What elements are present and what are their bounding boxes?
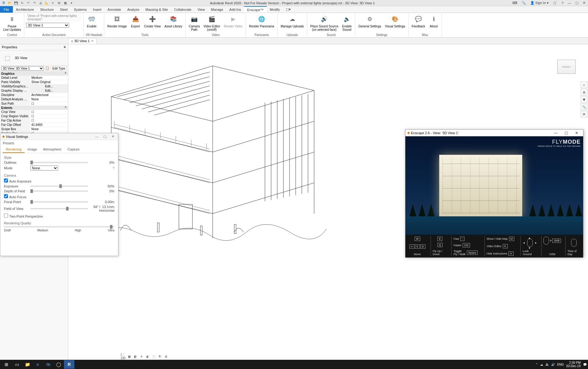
measure-icon[interactable]: 📐 bbox=[44, 1, 49, 6]
tab-addins[interactable]: Add-Ins bbox=[226, 6, 244, 13]
property-row[interactable]: Detail LevelMedium bbox=[0, 76, 68, 80]
vr-enable-button[interactable]: 🥽Enable bbox=[85, 14, 98, 29]
ens-close-button[interactable]: ✕ bbox=[572, 131, 581, 135]
render-video-button[interactable]: ▶Render Video bbox=[223, 14, 244, 29]
print-icon[interactable]: 🖨 bbox=[38, 1, 43, 6]
tab-view[interactable]: View bbox=[195, 6, 208, 13]
property-row[interactable]: Default Analysis Displa...None bbox=[0, 97, 68, 102]
tab-steel[interactable]: Steel bbox=[57, 6, 71, 13]
crop-icon[interactable]: ⬚ bbox=[151, 354, 156, 359]
redo-icon[interactable]: ↷ bbox=[32, 1, 37, 6]
vs-tab-capture[interactable]: Capture bbox=[65, 146, 83, 153]
keyboard-icon[interactable]: ⌨ bbox=[511, 1, 519, 5]
camera-path-button[interactable]: 📷Camera Path bbox=[187, 14, 201, 32]
chrome-icon[interactable]: ◯ bbox=[53, 360, 64, 369]
sunpath-icon[interactable]: ☀ bbox=[139, 354, 144, 359]
property-value[interactable]: Architectural bbox=[30, 93, 68, 97]
ribbon-options-icon[interactable]: ▢▾ bbox=[283, 6, 294, 13]
dof-slider[interactable] bbox=[30, 191, 88, 192]
notifications-icon[interactable]: 💬 bbox=[583, 363, 587, 366]
property-value[interactable]: 41.6493 bbox=[30, 123, 68, 127]
switch-win-icon[interactable]: ▦ bbox=[63, 1, 68, 6]
tab-insert[interactable]: Insert bbox=[90, 6, 105, 13]
open-icon[interactable]: 📂 bbox=[7, 1, 12, 6]
close-button[interactable]: ✕ bbox=[582, 1, 587, 5]
doctab-close-icon[interactable]: ✕ bbox=[91, 39, 94, 43]
property-value[interactable]: Edit... bbox=[30, 89, 68, 93]
property-value[interactable]: ☐ bbox=[30, 102, 68, 106]
property-value[interactable]: Medium bbox=[30, 76, 68, 80]
properties-close-icon[interactable]: ✕ bbox=[63, 45, 66, 49]
tab-manage[interactable]: Manage bbox=[208, 6, 226, 13]
property-row[interactable]: Scope BoxNone bbox=[0, 127, 68, 131]
edit-type-icon[interactable]: 📋 bbox=[45, 66, 49, 71]
ens-maximize-button[interactable]: ▢ bbox=[562, 131, 571, 135]
property-row[interactable]: Far Clip Offset41.6493 bbox=[0, 123, 68, 127]
export-button[interactable]: 📤Export bbox=[129, 14, 142, 29]
property-value[interactable]: None bbox=[30, 127, 68, 131]
qat-dropdown-icon[interactable]: ▾ bbox=[69, 1, 74, 6]
video-editor-button[interactable]: 🎬Video Editor (on/off) bbox=[202, 14, 221, 32]
exposure-slider[interactable] bbox=[30, 186, 88, 187]
outlines-slider[interactable] bbox=[30, 162, 88, 163]
property-value[interactable]: Show Original bbox=[30, 80, 68, 84]
infocenter-search-icon[interactable]: 🔍 bbox=[520, 1, 527, 5]
properties-selector[interactable]: 3D View: 3D View 1 bbox=[1, 66, 44, 71]
visual-settings-dialog[interactable]: ◆ Visual Settings — ▢ ✕ Presets Renderin… bbox=[0, 133, 118, 256]
nav-home-icon[interactable]: ⌂ bbox=[581, 81, 587, 88]
close-hidden-icon[interactable]: ⊞ bbox=[57, 1, 61, 6]
property-row[interactable]: Far Clip Active☐ bbox=[0, 118, 68, 123]
start-button[interactable]: ⊞ bbox=[1, 360, 12, 369]
tab-collaborate[interactable]: Collaborate bbox=[171, 6, 194, 13]
edit-type-button[interactable]: Edit Type bbox=[51, 66, 67, 71]
detail-level-icon[interactable]: ▦ bbox=[127, 354, 132, 359]
autoexposure-checkbox[interactable]: Auto Exposure bbox=[4, 178, 31, 183]
property-row[interactable]: Parts VisibilityShow Original bbox=[0, 80, 68, 84]
fov-slider[interactable] bbox=[30, 208, 88, 209]
tray-network-icon[interactable]: 🖧 bbox=[546, 363, 549, 366]
signin-button[interactable]: 👤 Sign In ▾ bbox=[529, 1, 550, 5]
render-panorama-button[interactable]: 🌐Render Panorama bbox=[248, 14, 275, 29]
tab-modify[interactable]: Modify bbox=[267, 6, 283, 13]
property-row[interactable]: Graphic Display OptionsEdit... bbox=[0, 89, 68, 93]
property-value[interactable]: ☐ bbox=[30, 118, 68, 122]
property-row[interactable]: Visibility/Graphics Ove...Edit... bbox=[0, 84, 68, 89]
property-row[interactable]: DisciplineArchitectural bbox=[0, 93, 68, 97]
tab-structure[interactable]: Structure bbox=[37, 6, 57, 13]
minimize-button[interactable]: — bbox=[566, 1, 572, 5]
tray-cloud-icon[interactable]: ☁ bbox=[540, 363, 543, 366]
pause-liveupdates-button[interactable]: ⏸Pause Live Updates bbox=[2, 14, 22, 32]
undo-icon[interactable]: ↶ bbox=[26, 1, 31, 6]
property-value[interactable]: ☐ bbox=[30, 110, 68, 114]
place-sound-button[interactable]: 🔊Place Sound Source (on selected face) bbox=[309, 14, 340, 32]
asset-library-button[interactable]: 📚Asset Library bbox=[163, 14, 184, 29]
save-icon[interactable]: 💾 bbox=[14, 1, 18, 6]
view-select[interactable]: 3D View 1 bbox=[26, 23, 69, 28]
tab-analyze[interactable]: Analyze bbox=[124, 6, 142, 13]
maximize-button[interactable]: ▢ bbox=[574, 1, 580, 5]
enscape-window[interactable]: ◆ Enscape 2.6 - View: '3D View 1' — ▢ ✕ … bbox=[405, 129, 583, 257]
cat-graphics[interactable]: Graphics bbox=[1, 72, 14, 75]
tab-massing[interactable]: Massing & Site bbox=[142, 6, 171, 13]
store-icon[interactable]: 🛍 bbox=[43, 360, 53, 369]
tab-architecture[interactable]: Architecture bbox=[13, 6, 37, 13]
tray-volume-icon[interactable]: 🔊 bbox=[551, 363, 555, 366]
visual-settings-button[interactable]: 🎨Visual Settings bbox=[384, 14, 406, 29]
shadows-icon[interactable]: ◐ bbox=[145, 354, 150, 359]
reveal-icon[interactable]: ⊞ bbox=[164, 354, 168, 359]
vs-maximize-button[interactable]: ▢ bbox=[101, 134, 108, 138]
cat-collapse-icon[interactable]: ⌃ bbox=[64, 72, 67, 75]
mode-select[interactable]: None bbox=[30, 166, 58, 170]
nav-zoom-icon[interactable]: 🔍 bbox=[581, 103, 587, 110]
doctab-3dview1[interactable]: ⌂ 3D View 1 ✕ bbox=[68, 38, 97, 44]
nav-wheel-icon[interactable]: ◎ bbox=[581, 89, 587, 95]
general-settings-button[interactable]: ⚙General Settings bbox=[357, 14, 383, 29]
view-scale[interactable]: 1 : 100 bbox=[120, 354, 125, 359]
nav-pan-icon[interactable]: ✥ bbox=[581, 96, 587, 103]
system-clock[interactable]: 2:30 PM 03-Dec-19 bbox=[566, 361, 581, 368]
file-explorer-icon[interactable]: 📁 bbox=[22, 360, 33, 369]
vs-minimize-button[interactable]: — bbox=[93, 135, 100, 138]
mode-help-icon[interactable]: ? bbox=[112, 166, 114, 170]
taskview-icon[interactable]: ▭ bbox=[12, 360, 22, 369]
about-button[interactable]: ℹAbout bbox=[428, 14, 440, 29]
